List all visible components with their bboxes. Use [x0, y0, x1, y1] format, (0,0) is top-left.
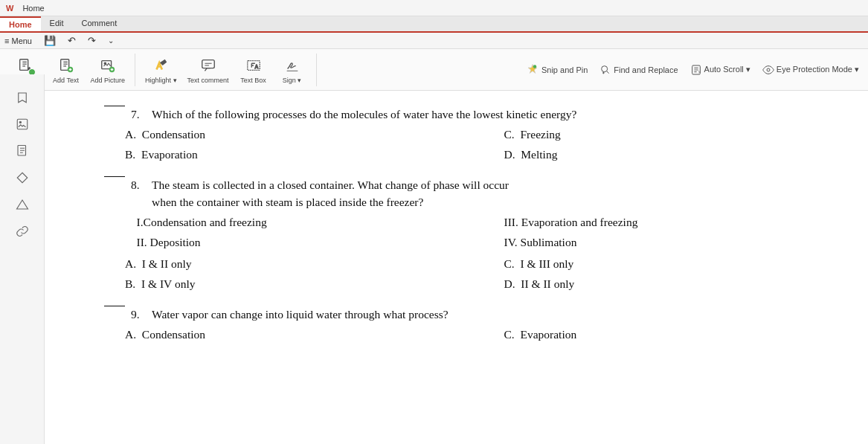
q8-roman-answers: I.Condensation and freezing III. Evapora… [125, 213, 838, 252]
tab-home[interactable]: Home [0, 16, 41, 31]
left-sidebar [0, 74, 45, 444]
q8-answers: A. I & II only C. I & III only B. I & IV… [125, 255, 838, 294]
snip-pin-icon [526, 63, 539, 77]
tab-edit[interactable]: Edit [41, 16, 73, 31]
add-picture-button[interactable]: Add Picture [88, 54, 129, 86]
q9-text: Water vapor can change into liquid water… [152, 306, 449, 323]
svg-rect-0 [19, 59, 28, 70]
find-replace-button[interactable]: Find and Replace [597, 62, 681, 77]
save-icon[interactable]: 💾 [44, 35, 56, 46]
q7-answer-d: D. Melting [504, 146, 839, 164]
q8-answer-a: A. I & II only [125, 255, 460, 274]
svg-point-14 [19, 121, 21, 123]
add-text-label: Add Text [53, 77, 79, 85]
question-8-line: 8. The steam is collected in a closed co… [104, 176, 838, 211]
content-area: 7. Which of the following processes do t… [45, 91, 868, 444]
sign-label: Sign ▾ [283, 77, 302, 85]
add-text-button[interactable]: Add Text [49, 54, 83, 86]
q8-roman-ii: II. Deposition [125, 234, 460, 252]
sidebar-link-icon[interactable] [14, 223, 30, 239]
find-replace-label: Find and Replace [614, 65, 678, 74]
svg-point-4 [104, 62, 106, 64]
add-picture-label: Add Picture [91, 77, 126, 85]
dropdown-icon[interactable]: ⌄ [108, 36, 114, 45]
q9-answer-a: A. Condensation [125, 326, 460, 344]
q9-blank [104, 306, 125, 306]
q8-roman-iii: III. Evaporation and freezing [504, 213, 839, 232]
svg-rect-13 [17, 119, 28, 129]
eye-protection-icon [762, 64, 774, 76]
q7-answers: A. Condensation C. Freezing B. Evaporati… [125, 126, 838, 164]
q8-answer-d: D. II & II only [504, 275, 839, 294]
question-9: 9. Water vapor can change into liquid wa… [104, 306, 838, 344]
menu-bar: ≡ Menu 💾 ↶ ↷ ⌄ [0, 33, 868, 49]
q8-answer-b: B. I & IV only [125, 275, 460, 294]
auto-scroll-label: Auto Scroll ▾ [704, 65, 750, 74]
question-7-line: 7. Which of the following processes do t… [104, 106, 838, 123]
q8-number: 8. [131, 176, 149, 193]
sidebar-image-icon[interactable] [14, 116, 30, 132]
text-box-button[interactable]: A Text Box [237, 54, 271, 86]
svg-point-9 [533, 65, 537, 68]
eye-protection-label: Eye Protection Mode ▾ [777, 65, 859, 74]
undo-icon[interactable]: ↶ [68, 35, 76, 46]
svg-point-12 [767, 68, 770, 71]
toolbar-sep-1 [135, 54, 135, 86]
toolbar-sep-2 [316, 54, 317, 86]
svg-text:A: A [254, 63, 258, 68]
text-comment-icon [198, 55, 219, 76]
sidebar-bookmark-icon[interactable] [14, 89, 30, 106]
auto-scroll-icon [690, 64, 702, 76]
sidebar-triangle-icon[interactable] [14, 196, 30, 213]
highlight-button[interactable]: Highlight ▾ [142, 54, 180, 86]
text-box-icon: A [243, 55, 264, 76]
sign-button[interactable]: Sign ▾ [275, 54, 309, 86]
question-8: 8. The steam is collected in a closed co… [104, 176, 838, 294]
svg-rect-6 [202, 59, 214, 68]
text-comment-button[interactable]: Text comment [184, 54, 232, 86]
add-text-icon [56, 55, 77, 76]
toolbar: Edit PDF ▾ Add Text Add Picture [0, 49, 868, 91]
q7-number: 7. [131, 106, 149, 123]
snip-pin-label: Snip and Pin [541, 65, 588, 74]
text-box-label: Text Box [240, 77, 266, 85]
svg-point-10 [602, 65, 608, 71]
sidebar-diamond-icon[interactable] [14, 170, 30, 186]
toolbar-right: Snip and Pin Find and Replace Auto Scrol… [523, 62, 862, 78]
text-comment-label: Text comment [187, 77, 229, 85]
q9-answers: A. Condensation C. Evaporation [125, 326, 838, 344]
title-bar-home[interactable]: Home [22, 4, 44, 13]
q8-text: The steam is collected in a closed conta… [152, 176, 509, 211]
highlight-label: Highlight ▾ [145, 77, 177, 85]
title-bar: W Home [0, 0, 868, 16]
snip-pin-button[interactable]: Snip and Pin [523, 62, 591, 78]
sidebar-page-icon[interactable] [14, 143, 30, 159]
sign-icon [282, 55, 303, 76]
tab-comment[interactable]: Comment [73, 16, 126, 31]
q7-blank [104, 106, 125, 106]
question-9-line: 9. Water vapor can change into liquid wa… [104, 306, 838, 323]
q8-answer-c: C. I & III only [504, 255, 839, 274]
q7-answer-a: A. Condensation [125, 126, 460, 144]
eye-protection-button[interactable]: Eye Protection Mode ▾ [759, 62, 862, 77]
app-brand: W [6, 4, 13, 13]
highlight-icon [150, 55, 171, 76]
q8-roman-i: I.Condensation and freezing [125, 213, 460, 232]
add-picture-icon [97, 55, 118, 76]
find-replace-icon [599, 64, 611, 76]
q9-answer-c: C. Evaporation [504, 326, 839, 344]
q9-number: 9. [131, 306, 149, 323]
q7-answer-c: C. Freezing [504, 126, 839, 144]
q8-blank [104, 176, 125, 177]
q8-roman-iv: IV. Sublimation [504, 234, 839, 252]
q7-answer-b: B. Evaporation [125, 146, 460, 164]
edit-pdf-icon [15, 55, 36, 76]
auto-scroll-button[interactable]: Auto Scroll ▾ [687, 62, 753, 77]
svg-rect-1 [60, 59, 68, 70]
tabs-row: Home Edit Comment [0, 16, 868, 33]
q7-text: Which of the following processes do the … [152, 106, 576, 123]
question-7: 7. Which of the following processes do t… [104, 106, 838, 164]
menu-toggle[interactable]: ≡ Menu [4, 36, 32, 45]
redo-icon[interactable]: ↷ [88, 35, 96, 46]
